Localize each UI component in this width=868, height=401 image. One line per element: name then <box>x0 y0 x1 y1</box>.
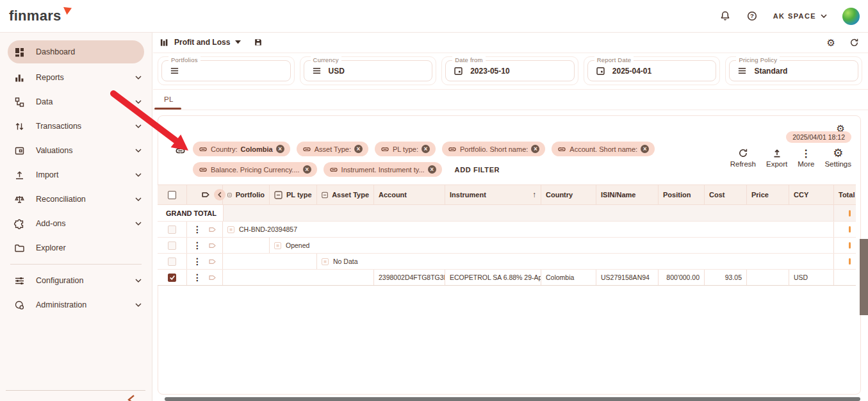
sidebar-item-import[interactable]: Import <box>0 163 152 187</box>
sidebar-item-transactions[interactable]: Transactions <box>0 114 152 138</box>
row-menu-icon[interactable]: ⋮ <box>193 241 202 250</box>
sidebar-collapse-chevron-icon[interactable] <box>127 395 136 401</box>
administration-icon <box>14 300 25 311</box>
column-header[interactable]: Price <box>751 191 769 199</box>
column-header[interactable]: Asset Type <box>332 191 369 199</box>
folder-icon <box>14 243 25 254</box>
collapse-column-icon[interactable] <box>274 191 283 199</box>
column-header[interactable]: CCY <box>794 191 808 199</box>
horizontal-scrollbar-thumb[interactable] <box>165 397 860 401</box>
export-button[interactable]: Export <box>766 148 787 168</box>
column-header[interactable]: Country <box>546 191 573 199</box>
remove-filter-icon[interactable]: × <box>641 145 649 153</box>
portfolios-input[interactable]: Portfolios <box>161 60 291 81</box>
remove-filter-icon[interactable]: × <box>428 165 436 174</box>
group-row-asset-type[interactable]: ⋮ No Data <box>158 254 856 270</box>
remove-filter-icon[interactable]: × <box>531 145 539 153</box>
report-type-caret-icon[interactable] <box>235 40 241 44</box>
settings-label: Settings <box>824 160 851 168</box>
add-filter-button[interactable]: ADD FILTER <box>455 166 500 174</box>
dashboard-settings-gear-icon[interactable]: ⚙ <box>827 38 835 47</box>
sort-ascending-icon[interactable]: ↑ <box>532 190 536 199</box>
group-row-pl-type[interactable]: ⋮ Opened <box>158 238 856 254</box>
dashboard-refresh-icon[interactable] <box>849 38 859 47</box>
remove-filter-icon[interactable]: × <box>276 145 284 153</box>
sidebar-item-label: Reconciliation <box>36 195 86 204</box>
notifications-bell-icon[interactable] <box>719 10 731 22</box>
help-question-glyph: ? <box>750 12 754 19</box>
link-icon[interactable] <box>175 145 186 156</box>
refresh-button[interactable]: Refresh <box>730 148 756 168</box>
remove-filter-icon[interactable]: × <box>354 145 363 153</box>
sidebar-item-explorer[interactable]: Explorer <box>0 236 152 260</box>
puzzle-icon <box>14 218 25 229</box>
chip-pl-type[interactable]: PL type: × <box>375 142 436 156</box>
row-checkbox[interactable] <box>168 225 176 234</box>
workspace-selector[interactable]: AK SPACE <box>773 12 827 20</box>
sidebar-item-label: Import <box>36 170 58 179</box>
settings-button[interactable]: ⚙ Settings <box>824 149 851 168</box>
sidebar-item-reports[interactable]: Reports <box>0 65 152 90</box>
group-toggle-icon[interactable] <box>227 226 234 233</box>
save-layout-icon[interactable] <box>254 38 263 47</box>
select-all-checkbox[interactable] <box>168 191 176 199</box>
chip-account-short-name[interactable]: Account. Short name: × <box>552 142 655 156</box>
help-icon[interactable]: ? <box>746 10 758 22</box>
more-button[interactable]: ⋮ More <box>798 149 814 168</box>
column-header[interactable]: ISIN/Name <box>601 191 635 199</box>
remove-filter-icon[interactable]: × <box>422 145 430 153</box>
collapse-column-icon[interactable] <box>322 191 328 199</box>
vertical-scrollbar-thumb[interactable] <box>860 239 868 315</box>
sidebar-item-configuration[interactable]: Configuration <box>0 268 152 293</box>
currency-input[interactable]: Currency USD <box>304 60 433 81</box>
row-menu-icon[interactable]: ⋮ <box>193 257 202 266</box>
column-header[interactable]: Position <box>663 191 691 199</box>
tag-icon[interactable] <box>208 241 217 250</box>
row-checkbox[interactable] <box>168 258 176 266</box>
report-type-selector[interactable]: Profit and Loss <box>174 38 230 47</box>
date-from-input[interactable]: Date from 2023-05-10 <box>445 60 575 81</box>
column-header[interactable]: PL type <box>286 191 312 199</box>
group-toggle-icon[interactable] <box>322 258 329 265</box>
chip-label: Balance. Pricing Currency.... <box>211 166 300 174</box>
column-header[interactable]: Portfolio <box>236 191 265 199</box>
sidebar-item-data[interactable]: Data <box>0 90 152 114</box>
chip-asset-type[interactable]: Asset Type: × <box>297 142 368 156</box>
active-tab-indicator <box>154 108 181 110</box>
data-row[interactable]: ⋮ 2398002D4FTG8TG3L... ECOPETROL SA 6.88… <box>158 270 856 286</box>
column-header[interactable]: Instrument <box>450 191 486 199</box>
collapse-column-icon[interactable] <box>227 191 232 199</box>
row-checkbox-checked[interactable] <box>168 274 176 282</box>
user-avatar[interactable] <box>842 8 860 25</box>
group-toggle-icon[interactable] <box>274 242 281 249</box>
row-menu-icon[interactable]: ⋮ <box>193 225 202 234</box>
chip-portfolio-short-name[interactable]: Portfolio. Short name: × <box>442 142 545 156</box>
tag-icon[interactable] <box>201 190 211 199</box>
sidebar-item-reconciliation[interactable]: Reconciliation <box>0 187 152 211</box>
pricing-policy-input[interactable]: Pricing Policy Standard <box>729 60 858 81</box>
sidebar-item-dashboard[interactable]: Dashboard <box>8 40 144 63</box>
chip-balance-pricing-currency[interactable]: Balance. Pricing Currency.... × <box>193 162 317 177</box>
collapse-groups-button[interactable] <box>214 189 225 201</box>
column-header[interactable]: Cost <box>709 191 725 199</box>
tag-icon[interactable] <box>208 258 217 266</box>
remove-filter-icon[interactable]: × <box>303 165 311 174</box>
sidebar-item-label: Data <box>36 97 53 106</box>
finmars-logo[interactable]: finmars <box>9 6 72 26</box>
filter-value: Standard <box>754 67 787 76</box>
tab-pl[interactable]: PL <box>164 95 174 103</box>
sidebar-item-add-ons[interactable]: Add-ons <box>0 211 152 236</box>
group-row-portfolio[interactable]: ⋮ CH-BND-20394857 <box>158 222 856 238</box>
column-header[interactable]: Total P&L <box>839 191 856 199</box>
column-header[interactable]: Account <box>379 191 407 199</box>
report-date-input[interactable]: Report Date 2025-04-01 <box>587 60 717 81</box>
sidebar-item-valuations[interactable]: Valuations <box>0 138 152 163</box>
sidebar-item-administration[interactable]: Administration <box>0 293 152 317</box>
tag-icon[interactable] <box>208 225 217 234</box>
chip-instrument-type[interactable]: Instrument. Instrument ty... × <box>323 162 442 177</box>
tag-icon[interactable] <box>208 274 217 282</box>
filter-card-portfolios: Portfolios <box>158 56 295 85</box>
row-checkbox[interactable] <box>168 241 176 250</box>
row-menu-icon[interactable]: ⋮ <box>193 273 202 282</box>
chip-country[interactable]: Country: Colombia × <box>193 142 290 156</box>
